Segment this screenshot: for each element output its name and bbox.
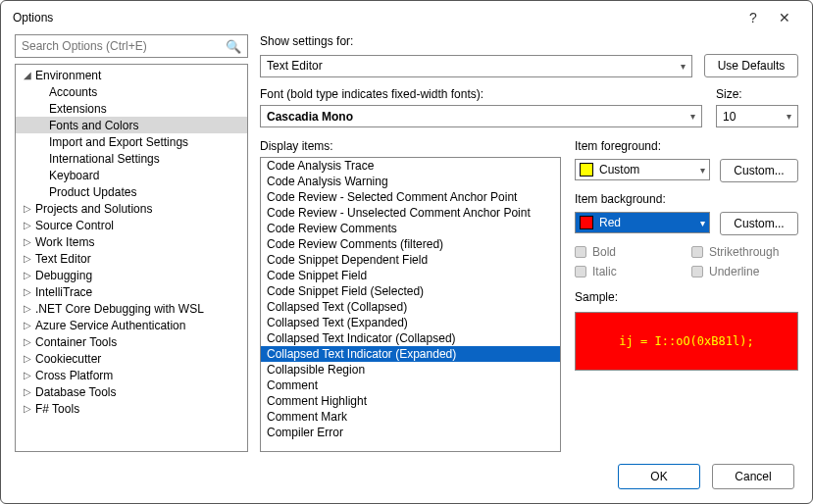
tree-item[interactable]: ▷Source Control: [16, 217, 247, 233]
chevron-right-icon: ▷: [22, 253, 33, 264]
list-item[interactable]: Comment Mark: [261, 409, 560, 425]
list-item[interactable]: Comment: [261, 378, 560, 393]
list-item[interactable]: Code Analysis Warning: [261, 174, 560, 189]
list-item[interactable]: Collapsed Text (Collapsed): [261, 299, 560, 315]
background-swatch: [580, 216, 593, 229]
chevron-right-icon: ▷: [22, 286, 33, 297]
tree-item[interactable]: ▷Container Tools: [16, 333, 247, 350]
help-button[interactable]: ?: [737, 10, 769, 25]
custom-bg-button[interactable]: Custom...: [720, 212, 798, 235]
item-background-select[interactable]: Red ▾: [575, 212, 710, 233]
italic-checkbox: Italic: [575, 265, 682, 278]
list-item[interactable]: Comment Highlight: [261, 393, 560, 409]
tree-item[interactable]: International Settings: [16, 150, 247, 167]
font-select[interactable]: Cascadia Mono ▾: [260, 105, 702, 127]
tree-item[interactable]: Product Updates: [16, 183, 247, 200]
foreground-swatch: [580, 163, 593, 176]
background-value: Red: [599, 216, 621, 229]
chevron-down-icon: ▾: [681, 61, 686, 72]
cancel-button[interactable]: Cancel: [712, 464, 794, 489]
tree-item[interactable]: Import and Export Settings: [16, 133, 247, 150]
list-item[interactable]: Code Review Comments: [261, 221, 560, 236]
tree-item[interactable]: ▷Projects and Solutions: [16, 200, 247, 217]
tree-item[interactable]: ▷.NET Core Debugging with WSL: [16, 300, 247, 317]
tree-item[interactable]: ▷Azure Service Authentication: [16, 317, 247, 333]
tree-item[interactable]: Accounts: [16, 83, 247, 100]
size-select[interactable]: 10 ▾: [716, 105, 798, 127]
chevron-down-icon: ◢: [22, 70, 33, 80]
category-tree[interactable]: ◢EnvironmentAccountsExtensionsFonts and …: [15, 64, 248, 452]
item-background-label: Item background:: [575, 192, 798, 206]
tree-item-environment[interactable]: ◢Environment: [16, 67, 247, 83]
sample-label: Sample:: [575, 290, 798, 304]
use-defaults-button[interactable]: Use Defaults: [704, 54, 798, 77]
tree-item[interactable]: ▷Cross Platform: [16, 367, 247, 383]
tree-item[interactable]: Keyboard: [16, 167, 247, 183]
list-item[interactable]: Compiler Error: [261, 425, 560, 440]
item-foreground-select[interactable]: Custom ▾: [575, 159, 710, 180]
list-item[interactable]: Code Review - Selected Comment Anchor Po…: [261, 189, 560, 205]
foreground-value: Custom: [599, 163, 639, 176]
list-item[interactable]: Code Review Comments (filtered): [261, 236, 560, 252]
chevron-right-icon: ▷: [22, 353, 33, 364]
window-title: Options: [13, 11, 737, 25]
display-items-list[interactable]: Code Analysis TraceCode Analysis Warning…: [260, 157, 561, 452]
font-value: Cascadia Mono: [267, 110, 353, 124]
custom-fg-button[interactable]: Custom...: [720, 159, 798, 182]
underline-checkbox: Underline: [691, 265, 798, 278]
tree-item[interactable]: ▷Text Editor: [16, 250, 247, 267]
list-item[interactable]: Collapsed Text Indicator (Collapsed): [261, 330, 560, 346]
ok-button[interactable]: OK: [618, 464, 700, 489]
sample-preview: ij = I::oO(0xB81l);: [575, 312, 798, 371]
chevron-right-icon: ▷: [22, 303, 33, 314]
tree-item[interactable]: ▷IntelliTrace: [16, 283, 247, 300]
item-foreground-label: Item foreground:: [575, 139, 798, 153]
chevron-down-icon: ▾: [700, 165, 705, 176]
chevron-down-icon: ▾: [787, 111, 791, 122]
list-item[interactable]: Collapsible Region: [261, 362, 560, 378]
chevron-down-icon: ▾: [690, 111, 695, 122]
show-settings-label: Show settings for:: [260, 34, 798, 48]
search-input[interactable]: [22, 39, 226, 53]
chevron-right-icon: ▷: [22, 386, 33, 397]
display-items-label: Display items:: [260, 139, 561, 153]
search-box[interactable]: 🔍: [15, 34, 248, 58]
chevron-down-icon: ▾: [700, 218, 705, 228]
chevron-right-icon: ▷: [22, 236, 33, 247]
strike-checkbox: Strikethrough: [691, 245, 798, 259]
show-settings-value: Text Editor: [267, 59, 323, 73]
tree-item[interactable]: ▷F# Tools: [16, 400, 247, 417]
tree-item[interactable]: ▷Work Items: [16, 233, 247, 250]
list-item[interactable]: Code Snippet Dependent Field: [261, 252, 560, 268]
list-item[interactable]: Code Analysis Trace: [261, 158, 560, 174]
chevron-right-icon: ▷: [22, 220, 33, 230]
chevron-right-icon: ▷: [22, 403, 33, 414]
chevron-right-icon: ▷: [22, 336, 33, 347]
list-item[interactable]: Code Snippet Field: [261, 268, 560, 283]
list-item[interactable]: Code Snippet Field (Selected): [261, 283, 560, 299]
list-item[interactable]: Collapsed Text (Expanded): [261, 315, 560, 330]
show-settings-select[interactable]: Text Editor ▾: [260, 55, 692, 77]
chevron-right-icon: ▷: [22, 270, 33, 280]
close-button[interactable]: ✕: [769, 10, 800, 25]
tree-item[interactable]: ▷Database Tools: [16, 383, 247, 400]
tree-item[interactable]: ▷Cookiecutter: [16, 350, 247, 367]
list-item[interactable]: Code Review - Unselected Comment Anchor …: [261, 205, 560, 221]
size-value: 10: [723, 110, 736, 124]
chevron-right-icon: ▷: [22, 320, 33, 330]
bold-checkbox: Bold: [575, 245, 682, 259]
font-label: Font (bold type indicates fixed-width fo…: [260, 87, 702, 101]
tree-item[interactable]: ▷Debugging: [16, 267, 247, 283]
chevron-right-icon: ▷: [22, 370, 33, 380]
chevron-right-icon: ▷: [22, 203, 33, 214]
tree-item[interactable]: Extensions: [16, 100, 247, 117]
list-item[interactable]: Collapsed Text Indicator (Expanded): [261, 346, 560, 362]
search-icon: 🔍: [226, 39, 241, 54]
tree-item[interactable]: Fonts and Colors: [16, 117, 247, 133]
size-label: Size:: [716, 87, 798, 101]
